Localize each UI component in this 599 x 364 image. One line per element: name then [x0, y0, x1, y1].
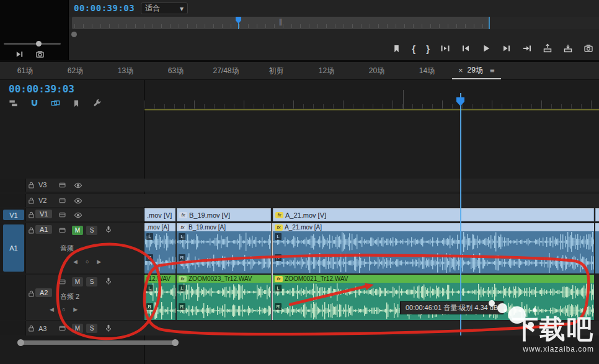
source-patch-cell[interactable] — [0, 321, 26, 335]
track-label-v2[interactable]: V2 — [38, 197, 47, 204]
add-marker-button[interactable] — [392, 44, 401, 53]
play-to-out-icon[interactable] — [15, 50, 24, 59]
voiceover-mic-icon[interactable] — [104, 324, 113, 333]
mute-button-a3[interactable]: M — [72, 324, 83, 333]
audio-clip-partial[interactable] — [595, 223, 599, 273]
track-lock-icon[interactable] — [27, 226, 35, 234]
voiceover-mic-icon[interactable] — [104, 277, 113, 286]
mute-button-a1[interactable]: M — [72, 226, 83, 235]
zoom-slider-knob[interactable] — [36, 41, 42, 47]
solo-button-a2[interactable]: S — [86, 277, 97, 286]
solo-button-a3[interactable]: S — [86, 324, 97, 333]
track-target-a1[interactable]: A1 — [35, 225, 52, 234]
sync-lock-icon[interactable] — [58, 226, 66, 234]
tab-12[interactable]: 12场 — [301, 62, 352, 79]
snap-magnet-icon[interactable] — [30, 99, 39, 108]
sync-lock-icon[interactable] — [58, 324, 66, 332]
add-marker-icon[interactable] — [72, 99, 81, 108]
track-label-a3[interactable]: A3 — [38, 325, 47, 332]
tab-29-active[interactable]: × 29场 ≡ — [452, 62, 501, 79]
horizontal-scrollbar[interactable] — [19, 340, 177, 345]
monitor-time-ruler[interactable]: ∥ — [69, 17, 599, 29]
timeline-settings-wrench-icon[interactable] — [92, 99, 102, 108]
track-target-v1[interactable]: V1 — [35, 210, 52, 218]
mark-in-button[interactable]: { — [412, 43, 415, 54]
step-back-button[interactable] — [461, 43, 471, 53]
sync-lock-icon[interactable] — [58, 278, 66, 286]
monitor-scroll-knob[interactable] — [71, 32, 77, 37]
add-keyframe-icon[interactable]: ○ — [86, 259, 89, 265]
timeline-ruler[interactable] — [144, 80, 599, 109]
audio-clip[interactable]: fxA_21.mov [A] L R — [273, 223, 594, 273]
export-frame-button[interactable] — [583, 43, 593, 53]
scrollbar-zoom-handle-right[interactable] — [172, 339, 179, 346]
track-lock-icon[interactable] — [27, 197, 35, 205]
sync-lock-icon[interactable] — [58, 181, 66, 189]
timeline-timecode[interactable]: 00:00:39:03 — [9, 83, 74, 95]
panel-menu-icon[interactable]: ≡ — [490, 66, 495, 75]
track-output-eye-icon[interactable] — [74, 197, 82, 205]
track-output-eye-icon[interactable] — [74, 181, 82, 190]
prev-keyframe-icon[interactable]: ◀ — [73, 259, 78, 265]
tab-63[interactable]: 63场 — [151, 62, 201, 79]
scrollbar-zoom-handle-left[interactable] — [17, 339, 24, 346]
video-clip[interactable]: fx A_21.mov [V] — [273, 208, 594, 221]
track-name-a1[interactable]: 音频 — [60, 244, 74, 253]
prev-keyframe-icon[interactable]: ◀ — [50, 306, 54, 313]
track-lock-icon[interactable] — [27, 324, 35, 332]
play-button[interactable] — [481, 43, 491, 53]
source-patch-cell[interactable] — [0, 194, 26, 207]
track-lock-icon[interactable] — [27, 211, 35, 219]
extract-button[interactable] — [563, 43, 573, 53]
video-clip-partial[interactable] — [595, 208, 599, 221]
track-label-v3[interactable]: V3 — [38, 181, 47, 189]
tab-14[interactable]: 14场 — [402, 62, 452, 79]
track-name-a2[interactable]: 音频 2 — [60, 292, 79, 301]
tab-61[interactable]: 61场 — [0, 62, 50, 79]
monitor-timecode[interactable]: 00:00:39:03 — [74, 3, 135, 13]
go-to-out-button[interactable] — [522, 43, 532, 53]
next-keyframe-icon[interactable]: ▶ — [97, 259, 101, 265]
zoom-bar-grip-icon[interactable]: ∥ — [279, 18, 283, 26]
solo-button-a1[interactable]: S — [86, 226, 97, 235]
source-patch-cell[interactable] — [0, 179, 26, 192]
linked-selection-icon[interactable] — [51, 99, 60, 108]
tab-20[interactable]: 20场 — [352, 62, 402, 79]
lift-button[interactable] — [543, 43, 552, 53]
tab-2748[interactable]: 27/48场 — [201, 62, 251, 79]
next-keyframe-icon[interactable]: ▶ — [73, 306, 78, 313]
mute-button-a2[interactable]: M — [72, 277, 83, 286]
source-patch-cell[interactable] — [0, 275, 26, 320]
track-target-a2[interactable]: A2 — [35, 288, 52, 297]
source-patch-v1[interactable]: V1 — [3, 210, 24, 220]
tab-close-icon[interactable]: × — [458, 66, 463, 75]
tab-62[interactable]: 62场 — [50, 62, 100, 79]
track-output-eye-icon[interactable] — [74, 211, 82, 220]
add-keyframe-icon[interactable]: ○ — [62, 306, 65, 313]
play-in-to-out-button[interactable] — [440, 43, 450, 53]
audio-clip[interactable]: .mov [A] L R — [144, 223, 175, 273]
video-clip[interactable]: fx B_19.mov [V] — [177, 208, 271, 221]
track-lock-icon[interactable] — [27, 181, 35, 189]
source-patch-a1[interactable]: A1 — [3, 224, 24, 272]
track-row-v2[interactable] — [144, 194, 599, 207]
audio-clip[interactable]: fxB_19.mov [A] L R — [177, 223, 271, 273]
video-clip[interactable]: .mov [V] — [144, 208, 175, 221]
tab-13[interactable]: 13场 — [100, 62, 151, 79]
fit-dropdown[interactable]: 适合 ▾ — [141, 2, 188, 14]
wav-clip[interactable]: fxZOOM0023_Tr12.WAV L R — [177, 275, 271, 320]
tab-chujian[interactable]: 初剪 — [251, 62, 301, 79]
step-forward-button[interactable] — [502, 43, 512, 53]
wav-clip[interactable]: r12.WAV L R — [144, 275, 175, 320]
track-lock-icon[interactable] — [27, 290, 35, 298]
monitor-zoom-bar[interactable]: ∥ — [72, 17, 489, 29]
mark-out-button[interactable]: } — [426, 43, 430, 54]
sync-lock-icon[interactable] — [58, 197, 66, 205]
tab-label: 14场 — [419, 66, 435, 76]
sync-lock-icon[interactable] — [58, 211, 66, 219]
track-row-v3[interactable] — [144, 179, 599, 192]
export-frame-icon[interactable] — [35, 50, 45, 59]
voiceover-mic-icon[interactable] — [104, 225, 113, 234]
zoom-slider[interactable] — [4, 43, 61, 45]
nest-sequence-icon[interactable] — [9, 99, 18, 108]
